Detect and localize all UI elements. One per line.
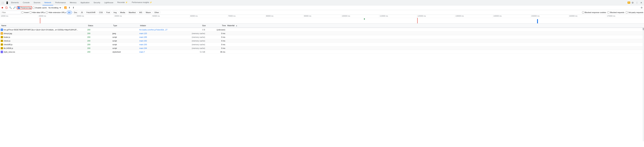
cell-status: 200	[87, 32, 112, 35]
cell-initiator: main:189	[139, 36, 183, 38]
network-settings-button[interactable]: ⚙	[640, 6, 643, 10]
blocked-response-cookies-checkbox[interactable]	[582, 12, 584, 14]
cell-name: JS check.js	[0, 40, 87, 42]
timeline-canvas	[0, 18, 644, 24]
third-party-requests-checkbox[interactable]	[626, 12, 628, 14]
tab-lighthouse[interactable]: Lighthouse	[102, 0, 115, 5]
tab-security[interactable]: Security	[92, 0, 102, 5]
initiator-link[interactable]: main:193	[139, 44, 147, 46]
inspect-icon[interactable]: ⬚	[1, 1, 5, 5]
import-har-button[interactable]: ⬇	[72, 6, 75, 10]
blocked-response-cookies-label[interactable]: Blocked response cookies	[582, 12, 606, 14]
col-header-name[interactable]: Name	[1, 25, 88, 27]
more-tools-icon[interactable]: ⋮	[635, 1, 639, 5]
timeline-label: 170000 ms	[606, 15, 644, 18]
initiator-link[interactable]: main:192	[139, 40, 147, 42]
chip-img[interactable]: Img	[112, 11, 118, 14]
blocked-requests-checkbox[interactable]	[608, 12, 610, 14]
table-row[interactable]: ▤ shouyi.jpg 200 jpeg main:120 (memory c…	[0, 32, 644, 35]
timeline-label: 40000 ms	[114, 15, 152, 18]
cell-status: 200	[87, 51, 112, 53]
timeline-label: 130000 ms	[454, 15, 492, 18]
chip-fetch-xhr[interactable]: Fetch/XHR	[85, 11, 97, 14]
wifi-icon[interactable]: 📶	[64, 6, 67, 10]
table-row[interactable]: D hm.gif?hca=35DE70EB70FF08FC&cc=1&ck=1&…	[0, 28, 644, 32]
timeline-label: 150000 ms	[530, 15, 568, 18]
cell-initiator: main:192	[139, 40, 183, 42]
tab-console[interactable]: Console	[21, 0, 32, 5]
invert-checkbox[interactable]	[22, 12, 24, 14]
tab-recorder[interactable]: Recorder ⚡	[115, 0, 130, 5]
initiator-link[interactable]: main:194	[139, 47, 147, 49]
chip-media[interactable]: Media	[119, 11, 127, 14]
filter-input[interactable]	[1, 11, 21, 14]
table-row[interactable]: JS footer.js 200 script main:189 (memory…	[0, 35, 644, 39]
preserve-log-label[interactable]: Preserve log	[20, 7, 31, 9]
col-header-type[interactable]: Type	[113, 25, 140, 27]
filter-icon-button[interactable]: 🔍	[9, 6, 12, 10]
cell-name: JS footer.js	[0, 36, 87, 38]
timeline-label: 140000 ms	[492, 15, 530, 18]
initiator-link[interactable]: main:7	[139, 51, 145, 53]
chip-css[interactable]: CSS	[98, 11, 104, 14]
table-row[interactable]: JS check.js 200 script main:192 (memory …	[0, 39, 644, 43]
scrollbar-track[interactable]	[643, 24, 644, 141]
initiator-link[interactable]: main:189	[139, 36, 147, 38]
timeline-label: 100000 ms	[341, 15, 379, 18]
chip-manifest[interactable]: Manifest	[127, 11, 137, 14]
chip-font[interactable]: Font	[105, 11, 112, 14]
tab-memory[interactable]: Memory	[68, 0, 78, 5]
tab-performance-insights[interactable]: Performance insights ⚡	[130, 0, 154, 5]
search-button[interactable]: 🔎	[13, 6, 16, 10]
export-har-button[interactable]: ⬆	[68, 6, 71, 10]
hide-extension-urls-checkbox[interactable]	[46, 12, 48, 14]
chip-ws[interactable]: WS	[138, 11, 144, 14]
tab-sources[interactable]: Sources	[32, 0, 42, 5]
extensions-badge[interactable]: 5	[628, 2, 630, 4]
throttle-dropdown[interactable]: No throttling	[48, 7, 62, 9]
table-row[interactable]: CSS style_new.css 200 stylesheet main:7 …	[0, 50, 644, 54]
close-devtools-icon[interactable]: ✕	[639, 1, 643, 5]
blocked-requests-label[interactable]: Blocked requests	[608, 12, 624, 14]
hide-data-urls-checkbox[interactable]	[30, 12, 32, 14]
col-header-status[interactable]: Status	[88, 25, 113, 27]
cell-type: jpeg	[112, 32, 139, 35]
settings-gear-icon[interactable]: ⚙	[630, 1, 634, 5]
chip-doc[interactable]: Doc	[72, 11, 79, 14]
cell-size: 0 B	[183, 29, 206, 31]
cell-size: (memory cache)	[183, 44, 206, 46]
hide-extension-urls-label[interactable]: Hide extension URLs	[46, 12, 66, 14]
timeline-dot-green	[364, 19, 365, 20]
tab-application[interactable]: Application	[78, 0, 92, 5]
chip-js[interactable]: JS	[79, 11, 84, 14]
device-toggle-icon[interactable]: 📱	[5, 1, 9, 5]
table-row[interactable]: JS checkAll.js 200 script main:193 (memo…	[0, 43, 644, 46]
tab-performance[interactable]: Performance	[53, 0, 68, 5]
cell-time: 36 ms	[206, 51, 226, 53]
clear-button[interactable]: 🚫	[5, 6, 8, 10]
col-header-time[interactable]: Time	[207, 25, 227, 27]
table-row[interactable]: JS lib.14506.js 200 script main:194 (mem…	[0, 46, 644, 50]
third-party-requests-label[interactable]: 3rd-party requests	[626, 12, 643, 14]
cell-status: 200	[87, 47, 112, 49]
tab-network[interactable]: Network	[42, 0, 53, 5]
cell-initiator: main:120	[139, 32, 183, 35]
col-header-waterfall[interactable]: Waterfall ▲	[227, 25, 643, 27]
col-header-size[interactable]: Size	[184, 25, 207, 27]
cell-time: 0 ms	[206, 32, 226, 35]
disable-cache-checkbox[interactable]	[32, 7, 34, 9]
initiator-link[interactable]: hm.baidu.com/hm.js?cbec92d...27	[139, 29, 168, 31]
hide-data-urls-label[interactable]: Hide data URLs	[30, 12, 45, 14]
chip-all[interactable]: All	[67, 11, 72, 14]
initiator-link[interactable]: main:120	[139, 32, 147, 35]
invert-label[interactable]: Invert	[22, 12, 29, 14]
preserve-log-checkbox[interactable]	[18, 7, 20, 9]
chip-wasm[interactable]: Wasm	[144, 11, 152, 14]
disable-cache-label[interactable]: Disable cache	[32, 7, 47, 9]
throttle-select[interactable]: No throttling	[48, 7, 62, 9]
col-header-initiator[interactable]: Initiator	[140, 25, 184, 27]
chip-other[interactable]: Other	[153, 11, 160, 14]
cell-initiator: main:193	[139, 44, 183, 46]
tab-elements[interactable]: Elements	[9, 0, 21, 5]
record-button[interactable]: ⏺	[1, 6, 4, 10]
